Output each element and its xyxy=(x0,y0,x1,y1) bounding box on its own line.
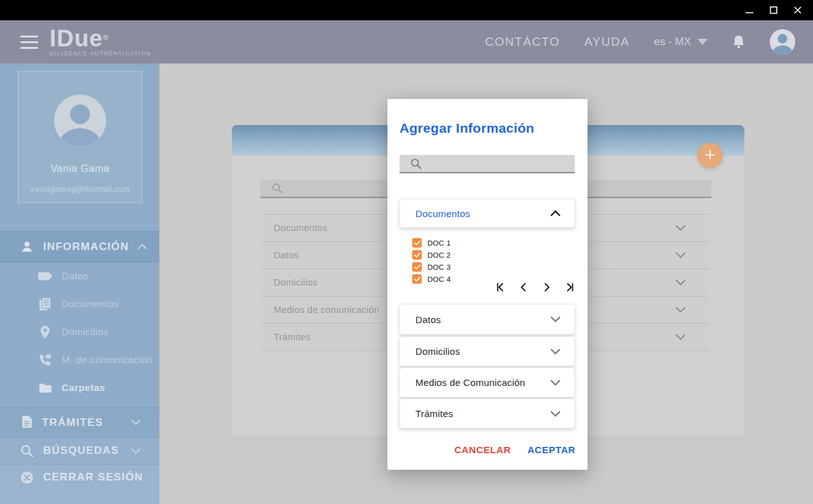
notifications-bell-icon[interactable] xyxy=(732,34,746,50)
accordion-medios[interactable]: Medios de Comunicación xyxy=(400,368,575,397)
search-icon xyxy=(410,158,422,169)
sidebar-item-label: Domicilios xyxy=(62,326,109,338)
chevron-down-icon xyxy=(131,420,140,425)
accordion-label: Datos xyxy=(415,314,441,325)
chevron-down-icon xyxy=(551,316,560,322)
user-avatar[interactable] xyxy=(770,29,795,55)
language-selector[interactable]: es - MX xyxy=(654,36,708,48)
pagination xyxy=(387,281,575,293)
folder-icon xyxy=(37,383,53,394)
caret-down-icon xyxy=(697,39,708,45)
nav-contacto[interactable]: CONTÁCTO xyxy=(485,35,560,49)
checkbox-checked-icon[interactable] xyxy=(412,262,422,272)
logout-label: CERRAR SESIÓN xyxy=(43,471,143,484)
location-pin-icon xyxy=(37,325,53,339)
application-window: IDue® DILIGENCE AUTHENTICATION CONTÁCTO … xyxy=(0,0,813,504)
sidebar-section-tramites[interactable]: TRÁMITES xyxy=(0,408,159,437)
language-value: es - MX xyxy=(654,36,691,48)
nav-ayuda[interactable]: AYUDA xyxy=(584,35,630,49)
accordion-tramites[interactable]: Trámites xyxy=(400,399,575,428)
section-label: TRÁMITES xyxy=(42,416,103,429)
row-label: Medios de comunicación xyxy=(274,305,379,315)
chevron-down-icon xyxy=(551,411,560,417)
sidebar-logout[interactable]: CERRAR SESIÓN xyxy=(0,465,159,490)
checkbox-checked-icon[interactable] xyxy=(412,250,422,260)
chevron-down-icon xyxy=(551,348,560,355)
doc-label: DOC 2 xyxy=(427,251,451,259)
next-page-icon[interactable] xyxy=(540,281,553,293)
doc-label: DOC 3 xyxy=(427,263,451,271)
chevron-down-icon xyxy=(676,252,685,258)
sidebar-item-label: M. de comunicación xyxy=(62,354,152,366)
document-checkbox-list: DOC 1 DOC 2 DOC 3 DOC 4 xyxy=(412,238,451,284)
row-label: Documentos xyxy=(274,223,327,233)
chevron-down-icon xyxy=(676,334,685,340)
chevron-down-icon xyxy=(131,448,140,454)
sidebar-item-documentos[interactable]: Documentos xyxy=(0,290,159,318)
sidebar: Vania Gama vaniagamag@hotmail.com INFORM… xyxy=(0,63,159,504)
profile-email: vaniagamag@hotmail.com xyxy=(30,185,130,194)
profile-name: Vania Gama xyxy=(51,163,110,175)
sidebar-item-carpetas[interactable]: Carpetas xyxy=(0,374,159,402)
window-titlebar xyxy=(0,0,813,20)
sidebar-section-informacion[interactable]: INFORMACIÓN xyxy=(0,231,159,262)
app-header: IDue® DILIGENCE AUTHENTICATION CONTÁCTO … xyxy=(0,20,813,63)
accordion-datos[interactable]: Datos xyxy=(400,304,575,335)
chevron-down-icon xyxy=(676,307,685,313)
sidebar-item-domicilios[interactable]: Domicilios xyxy=(0,318,159,346)
accept-button[interactable]: ACEPTAR xyxy=(527,444,575,455)
checkbox-checked-icon[interactable] xyxy=(412,238,422,248)
phone-icon xyxy=(37,353,53,367)
chevron-down-icon xyxy=(551,380,560,386)
accordion-documentos[interactable]: Documentos xyxy=(400,199,575,228)
sidebar-item-medios[interactable]: M. de comunicación xyxy=(0,346,159,374)
sidebar-item-label: Datos xyxy=(62,270,88,282)
sidebar-item-label: Carpetas xyxy=(62,382,105,394)
chevron-up-icon xyxy=(138,244,147,249)
doc-checkbox-row[interactable]: DOC 2 xyxy=(412,250,451,260)
add-information-dialog: Agregar Información Documentos DOC 1 DOC… xyxy=(387,99,588,470)
registered-mark: ® xyxy=(103,34,109,41)
sidebar-item-datos[interactable]: Datos xyxy=(0,262,159,290)
accordion-label: Trámites xyxy=(415,408,453,419)
row-label: Domicilios xyxy=(274,277,318,288)
dialog-search-input[interactable] xyxy=(428,159,575,169)
section-label: INFORMACIÓN xyxy=(43,241,129,253)
close-button[interactable] xyxy=(793,5,803,15)
card-icon xyxy=(37,272,53,281)
plus-icon: + xyxy=(704,146,716,164)
cancel-button[interactable]: CANCELAR xyxy=(454,444,511,455)
row-label: Datos xyxy=(274,250,299,260)
sidebar-section-busquedas[interactable]: BÚSQUEDAS xyxy=(0,437,159,465)
accordion-label: Medios de Comunicación xyxy=(415,377,525,388)
add-button[interactable]: + xyxy=(697,143,723,168)
doc-checkbox-row[interactable]: DOC 1 xyxy=(412,238,451,248)
previous-page-icon[interactable] xyxy=(517,281,530,293)
last-page-icon[interactable] xyxy=(563,281,575,293)
person-icon xyxy=(20,240,34,253)
row-label: Trámites xyxy=(274,332,311,342)
first-page-icon[interactable] xyxy=(494,281,507,293)
accordion-domicilios[interactable]: Domicilios xyxy=(400,336,575,366)
chevron-up-icon xyxy=(551,210,560,216)
section-label: BÚSQUEDAS xyxy=(43,444,119,457)
chevron-down-icon xyxy=(676,225,685,231)
dialog-search[interactable] xyxy=(400,155,575,173)
file-icon xyxy=(22,416,32,429)
close-circle-icon xyxy=(20,471,34,484)
documents-icon xyxy=(37,297,53,311)
menu-icon[interactable] xyxy=(20,36,38,49)
logo-subtitle: DILIGENCE AUTHENTICATION xyxy=(50,50,151,56)
chevron-down-icon xyxy=(676,279,685,286)
doc-checkbox-row[interactable]: DOC 3 xyxy=(412,262,451,272)
accordion-label: Domicilios xyxy=(415,346,460,357)
logo-title: IDue xyxy=(50,25,103,51)
informacion-submenu: Datos Documentos Domicilios M. de comuni… xyxy=(0,262,159,402)
dialog-actions: CANCELAR ACEPTAR xyxy=(387,444,575,455)
profile-card: Vania Gama vaniagamag@hotmail.com xyxy=(18,71,142,203)
maximize-button[interactable] xyxy=(769,5,779,15)
minimize-button[interactable] xyxy=(744,5,755,15)
sidebar-item-label: Documentos xyxy=(62,298,119,310)
dialog-title: Agregar Información xyxy=(400,121,534,136)
profile-avatar xyxy=(54,95,106,147)
